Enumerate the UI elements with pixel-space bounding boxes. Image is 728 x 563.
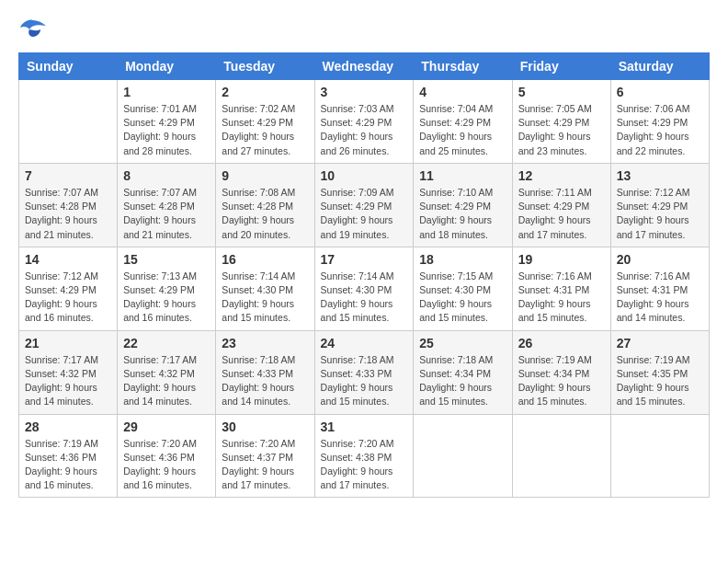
calendar-cell xyxy=(610,414,709,498)
calendar-cell: 23Sunrise: 7:18 AMSunset: 4:33 PMDayligh… xyxy=(216,330,314,414)
day-info: Sunrise: 7:12 AMSunset: 4:29 PMDaylight:… xyxy=(617,186,703,242)
day-number: 5 xyxy=(518,85,605,99)
day-info: Sunrise: 7:18 AMSunset: 4:33 PMDaylight:… xyxy=(222,353,308,409)
day-info: Sunrise: 7:15 AMSunset: 4:30 PMDaylight:… xyxy=(419,270,506,326)
day-number: 14 xyxy=(25,252,111,267)
day-number: 31 xyxy=(321,419,408,434)
day-info: Sunrise: 7:18 AMSunset: 4:34 PMDaylight:… xyxy=(419,353,506,409)
day-info: Sunrise: 7:14 AMSunset: 4:30 PMDaylight:… xyxy=(222,270,308,326)
day-info: Sunrise: 7:09 AMSunset: 4:29 PMDaylight:… xyxy=(321,186,408,242)
day-of-week-header: Monday xyxy=(118,53,216,80)
day-info: Sunrise: 7:02 AMSunset: 4:29 PMDaylight:… xyxy=(222,102,308,158)
day-number: 28 xyxy=(25,419,111,434)
calendar-week-row: 1Sunrise: 7:01 AMSunset: 4:29 PMDaylight… xyxy=(19,80,710,164)
day-info: Sunrise: 7:18 AMSunset: 4:33 PMDaylight:… xyxy=(321,353,408,409)
day-number: 16 xyxy=(222,252,308,267)
calendar-cell: 26Sunrise: 7:19 AMSunset: 4:34 PMDayligh… xyxy=(512,330,610,414)
day-info: Sunrise: 7:01 AMSunset: 4:29 PMDaylight:… xyxy=(123,102,210,158)
day-number: 22 xyxy=(123,336,210,350)
calendar-cell: 27Sunrise: 7:19 AMSunset: 4:35 PMDayligh… xyxy=(610,330,709,414)
day-info: Sunrise: 7:10 AMSunset: 4:29 PMDaylight:… xyxy=(419,186,506,242)
day-number: 25 xyxy=(419,336,506,350)
calendar-cell xyxy=(19,80,118,164)
calendar-cell: 29Sunrise: 7:20 AMSunset: 4:36 PMDayligh… xyxy=(118,414,216,498)
day-info: Sunrise: 7:12 AMSunset: 4:29 PMDaylight:… xyxy=(25,270,111,326)
calendar-week-row: 14Sunrise: 7:12 AMSunset: 4:29 PMDayligh… xyxy=(19,247,710,330)
calendar-cell: 1Sunrise: 7:01 AMSunset: 4:29 PMDaylight… xyxy=(118,80,216,164)
day-number: 8 xyxy=(123,168,210,183)
logo xyxy=(18,18,46,43)
calendar-cell: 2Sunrise: 7:02 AMSunset: 4:29 PMDaylight… xyxy=(216,80,314,164)
day-number: 15 xyxy=(123,252,210,267)
day-of-week-header: Tuesday xyxy=(216,53,314,80)
day-number: 26 xyxy=(518,336,605,350)
day-info: Sunrise: 7:07 AMSunset: 4:28 PMDaylight:… xyxy=(25,186,111,242)
day-of-week-header: Thursday xyxy=(414,53,512,80)
day-info: Sunrise: 7:08 AMSunset: 4:28 PMDaylight:… xyxy=(222,186,308,242)
day-number: 18 xyxy=(419,252,506,267)
day-number: 30 xyxy=(222,419,308,434)
day-number: 9 xyxy=(222,168,308,183)
day-number: 13 xyxy=(617,168,703,183)
calendar-cell: 6Sunrise: 7:06 AMSunset: 4:29 PMDaylight… xyxy=(610,80,709,164)
day-number: 20 xyxy=(617,252,703,267)
calendar-cell: 22Sunrise: 7:17 AMSunset: 4:32 PMDayligh… xyxy=(118,330,216,414)
day-info: Sunrise: 7:17 AMSunset: 4:32 PMDaylight:… xyxy=(25,353,111,409)
day-of-week-header: Saturday xyxy=(610,53,709,80)
day-number: 17 xyxy=(321,252,408,267)
day-number: 12 xyxy=(518,168,605,183)
calendar-cell: 11Sunrise: 7:10 AMSunset: 4:29 PMDayligh… xyxy=(414,163,512,247)
day-info: Sunrise: 7:20 AMSunset: 4:36 PMDaylight:… xyxy=(123,437,210,493)
calendar-cell: 15Sunrise: 7:13 AMSunset: 4:29 PMDayligh… xyxy=(118,247,216,330)
day-info: Sunrise: 7:07 AMSunset: 4:28 PMDaylight:… xyxy=(123,186,210,242)
calendar-cell: 25Sunrise: 7:18 AMSunset: 4:34 PMDayligh… xyxy=(414,330,512,414)
calendar-cell xyxy=(414,414,512,498)
calendar-cell: 12Sunrise: 7:11 AMSunset: 4:29 PMDayligh… xyxy=(512,163,610,247)
page-header xyxy=(18,18,710,43)
day-info: Sunrise: 7:11 AMSunset: 4:29 PMDaylight:… xyxy=(518,186,605,242)
day-info: Sunrise: 7:20 AMSunset: 4:38 PMDaylight:… xyxy=(321,437,408,493)
calendar-cell: 8Sunrise: 7:07 AMSunset: 4:28 PMDaylight… xyxy=(118,163,216,247)
calendar-cell: 9Sunrise: 7:08 AMSunset: 4:28 PMDaylight… xyxy=(216,163,314,247)
day-info: Sunrise: 7:17 AMSunset: 4:32 PMDaylight:… xyxy=(123,353,210,409)
day-number: 11 xyxy=(419,168,506,183)
calendar-body: 1Sunrise: 7:01 AMSunset: 4:29 PMDaylight… xyxy=(19,80,710,498)
day-number: 7 xyxy=(25,168,111,183)
calendar-cell: 5Sunrise: 7:05 AMSunset: 4:29 PMDaylight… xyxy=(512,80,610,164)
calendar-cell: 13Sunrise: 7:12 AMSunset: 4:29 PMDayligh… xyxy=(610,163,709,247)
calendar-cell: 28Sunrise: 7:19 AMSunset: 4:36 PMDayligh… xyxy=(19,414,118,498)
day-info: Sunrise: 7:14 AMSunset: 4:30 PMDaylight:… xyxy=(321,270,408,326)
logo-text xyxy=(18,18,46,43)
calendar-week-row: 21Sunrise: 7:17 AMSunset: 4:32 PMDayligh… xyxy=(19,330,710,414)
day-info: Sunrise: 7:19 AMSunset: 4:35 PMDaylight:… xyxy=(617,353,703,409)
day-of-week-header: Friday xyxy=(512,53,610,80)
logo-bird-icon xyxy=(20,18,46,39)
day-info: Sunrise: 7:05 AMSunset: 4:29 PMDaylight:… xyxy=(518,102,605,158)
day-number: 23 xyxy=(222,336,308,350)
calendar-cell: 19Sunrise: 7:16 AMSunset: 4:31 PMDayligh… xyxy=(512,247,610,330)
calendar-cell: 3Sunrise: 7:03 AMSunset: 4:29 PMDaylight… xyxy=(314,80,414,164)
day-info: Sunrise: 7:16 AMSunset: 4:31 PMDaylight:… xyxy=(617,270,703,326)
day-of-week-header: Wednesday xyxy=(314,53,414,80)
day-number: 1 xyxy=(123,85,210,99)
calendar-cell: 7Sunrise: 7:07 AMSunset: 4:28 PMDaylight… xyxy=(19,163,118,247)
calendar-cell: 10Sunrise: 7:09 AMSunset: 4:29 PMDayligh… xyxy=(314,163,414,247)
day-number: 2 xyxy=(222,85,308,99)
day-info: Sunrise: 7:03 AMSunset: 4:29 PMDaylight:… xyxy=(321,102,408,158)
day-number: 19 xyxy=(518,252,605,267)
calendar-cell: 30Sunrise: 7:20 AMSunset: 4:37 PMDayligh… xyxy=(216,414,314,498)
calendar-cell: 21Sunrise: 7:17 AMSunset: 4:32 PMDayligh… xyxy=(19,330,118,414)
day-number: 21 xyxy=(25,336,111,350)
day-number: 3 xyxy=(321,85,408,99)
day-info: Sunrise: 7:16 AMSunset: 4:31 PMDaylight:… xyxy=(518,270,605,326)
day-info: Sunrise: 7:06 AMSunset: 4:29 PMDaylight:… xyxy=(617,102,703,158)
day-info: Sunrise: 7:13 AMSunset: 4:29 PMDaylight:… xyxy=(123,270,210,326)
calendar-cell: 31Sunrise: 7:20 AMSunset: 4:38 PMDayligh… xyxy=(314,414,414,498)
calendar-table: SundayMondayTuesdayWednesdayThursdayFrid… xyxy=(18,52,710,498)
calendar-week-row: 7Sunrise: 7:07 AMSunset: 4:28 PMDaylight… xyxy=(19,163,710,247)
day-info: Sunrise: 7:19 AMSunset: 4:34 PMDaylight:… xyxy=(518,353,605,409)
calendar-cell: 20Sunrise: 7:16 AMSunset: 4:31 PMDayligh… xyxy=(610,247,709,330)
day-number: 6 xyxy=(617,85,703,99)
day-number: 27 xyxy=(617,336,703,350)
day-number: 10 xyxy=(321,168,408,183)
